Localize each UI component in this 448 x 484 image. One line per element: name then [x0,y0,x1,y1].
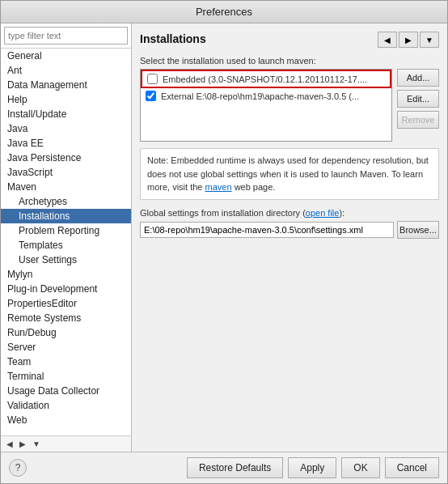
sidebar-item-ant[interactable]: Ant [1,63,131,78]
preferences-dialog: Preferences GeneralAntData ManagementHel… [0,0,448,484]
sidebar-item-remote-systems[interactable]: Remote Systems [1,311,131,325]
note-text: Note: Embedded runtime is always used fo… [147,155,429,192]
sidebar-item-plug-in-development[interactable]: Plug-in Development [1,282,131,296]
bottom-bar: ? Restore Defaults Apply OK Cancel [1,452,447,483]
install-label-external: External E:\08-repo\hm19\apache-maven-3.… [161,91,359,101]
apply-button[interactable]: Apply [288,457,336,478]
restore-defaults-button[interactable]: Restore Defaults [187,457,283,478]
sidebar-item-java[interactable]: Java [1,121,131,136]
sidebar-item-run-debug[interactable]: Run/Debug [1,325,131,340]
ok-button[interactable]: OK [341,457,379,478]
cancel-button[interactable]: Cancel [385,457,439,478]
sidebar-item-installations[interactable]: Installations [1,209,131,223]
sidebar-item-archetypes[interactable]: Archetypes [1,194,131,209]
sidebar-item-problem-reporting[interactable]: Problem Reporting [1,223,131,238]
sidebar-item-terminal[interactable]: Terminal [1,369,131,384]
forward-button[interactable]: ▶ [17,439,28,449]
sidebar-item-properties-editor[interactable]: PropertiesEditor [1,296,131,311]
install-item-embedded: Embedded (3.0-SNAPSHOT/0.12.1.20110112-1… [141,70,391,88]
global-label-start: Global settings from installation direct… [140,208,306,218]
sidebar-item-web[interactable]: Web [1,413,131,427]
sidebar-item-server[interactable]: Server [1,340,131,355]
sidebar-item-user-settings[interactable]: User Settings [1,253,131,267]
install-label-embedded: Embedded (3.0-SNAPSHOT/0.12.1.20110112-1… [163,74,367,84]
global-label-end: ): [339,208,344,218]
bottom-right: Restore Defaults Apply OK Cancel [187,457,439,478]
sidebar-item-usage-data-collector[interactable]: Usage Data Collector [1,384,131,398]
browse-button[interactable]: Browse... [397,221,439,239]
sidebar-item-data-management[interactable]: Data Management [1,78,131,92]
dialog-title: Preferences [196,6,252,18]
note-box: Note: Embedded runtime is always used fo… [140,148,439,200]
installations-area: Embedded (3.0-SNAPSHOT/0.12.1.20110112-1… [140,69,439,142]
sidebar-item-maven[interactable]: Maven [1,180,131,194]
panel-title: Installations [140,32,206,45]
back-button[interactable]: ◀ [4,439,15,449]
install-checkbox-embedded[interactable] [147,74,158,84]
bottom-left: ? [9,459,27,477]
install-checkbox-external[interactable] [146,91,156,101]
sidebar-item-validation[interactable]: Validation [1,398,131,413]
global-settings-label: Global settings from installation direct… [140,208,439,218]
tree-bottom-bar: ◀ ▶ ▼ [1,435,131,452]
expand-button[interactable]: ▼ [30,439,43,449]
sidebar-item-mylyn[interactable]: Mylyn [1,267,131,282]
edit-button[interactable]: Edit... [397,90,439,108]
sidebar-item-templates[interactable]: Templates [1,238,131,253]
note-suffix: web page. [235,182,276,192]
panel-toolbar: ◀ ▶ ▼ [378,32,439,48]
remove-button[interactable]: Remove [397,111,439,129]
title-bar: Preferences [1,1,447,23]
global-settings-input[interactable] [140,222,394,238]
search-input[interactable] [4,27,128,45]
sidebar-item-java-ee[interactable]: Java EE [1,136,131,151]
open-file-link[interactable]: open file [306,208,340,218]
sidebar-item-install-update[interactable]: Install/Update [1,107,131,121]
search-box [1,23,131,49]
right-panel: Installations ◀ ▶ ▼ Select the installat… [132,23,447,452]
add-button[interactable]: Add... [397,69,439,87]
forward-toolbar-button[interactable]: ▶ [399,32,418,48]
sidebar-item-javascript[interactable]: JavaScript [1,165,131,180]
select-label: Select the installation used to launch m… [140,56,439,66]
installations-list: Embedded (3.0-SNAPSHOT/0.12.1.20110112-1… [140,69,392,142]
sidebar-item-team[interactable]: Team [1,355,131,369]
help-button[interactable]: ? [9,459,27,477]
dropdown-toolbar-button[interactable]: ▼ [420,32,439,48]
sidebar-item-help[interactable]: Help [1,92,131,107]
tree-list: GeneralAntData ManagementHelpInstall/Upd… [1,49,131,435]
maven-link[interactable]: maven [205,182,232,192]
install-item-external: External E:\08-repo\hm19\apache-maven-3.… [141,88,391,104]
back-toolbar-button[interactable]: ◀ [378,32,397,48]
side-buttons: Add... Edit... Remove [397,69,439,142]
global-settings-row: Browse... [140,221,439,239]
sidebar-item-java-persistence[interactable]: Java Persistence [1,151,131,165]
left-panel: GeneralAntData ManagementHelpInstall/Upd… [1,23,132,452]
sidebar-item-general[interactable]: General [1,49,131,63]
